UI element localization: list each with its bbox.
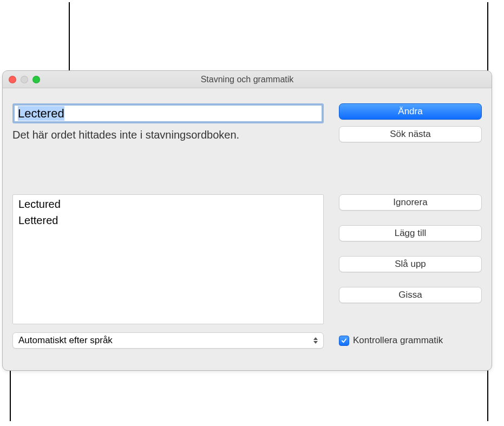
minimize-window-button[interactable] — [21, 76, 28, 83]
spelling-grammar-dialog: Stavning och grammatik Lectered Det här … — [2, 70, 492, 371]
maximize-window-button[interactable] — [32, 76, 40, 83]
change-button[interactable]: Ändra — [339, 103, 482, 120]
language-select[interactable]: Automatiskt efter språk — [12, 332, 324, 349]
titlebar: Stavning och grammatik — [3, 71, 492, 88]
add-button[interactable]: Lägg till — [339, 225, 482, 241]
guess-button[interactable]: Gissa — [339, 287, 482, 303]
checkmark-icon — [341, 338, 347, 344]
close-window-button[interactable] — [9, 76, 16, 83]
not-found-message: Det här ordet hittades inte i stavningso… — [12, 129, 324, 141]
ignore-button[interactable]: Ignorera — [339, 194, 482, 211]
suggestions-list[interactable]: Lectured Lettered — [12, 194, 324, 324]
check-grammar-checkbox[interactable]: Kontrollera grammatik — [339, 335, 482, 346]
find-next-button[interactable]: Sök nästa — [339, 126, 482, 142]
window-title: Stavning och grammatik — [201, 75, 294, 84]
suggestion-item[interactable]: Lectured — [18, 196, 318, 212]
misspelled-word-field[interactable]: Lectered — [18, 107, 318, 121]
check-grammar-label: Kontrollera grammatik — [353, 335, 443, 346]
checkbox-box — [339, 336, 349, 346]
dropdown-arrows-icon — [310, 335, 322, 346]
window-controls — [3, 76, 40, 83]
language-select-value: Automatiskt efter språk — [18, 335, 113, 346]
suggestion-item[interactable]: Lettered — [18, 212, 318, 228]
misspelled-word-field-container: Lectered — [12, 103, 324, 123]
lookup-button[interactable]: Slå upp — [339, 256, 482, 272]
